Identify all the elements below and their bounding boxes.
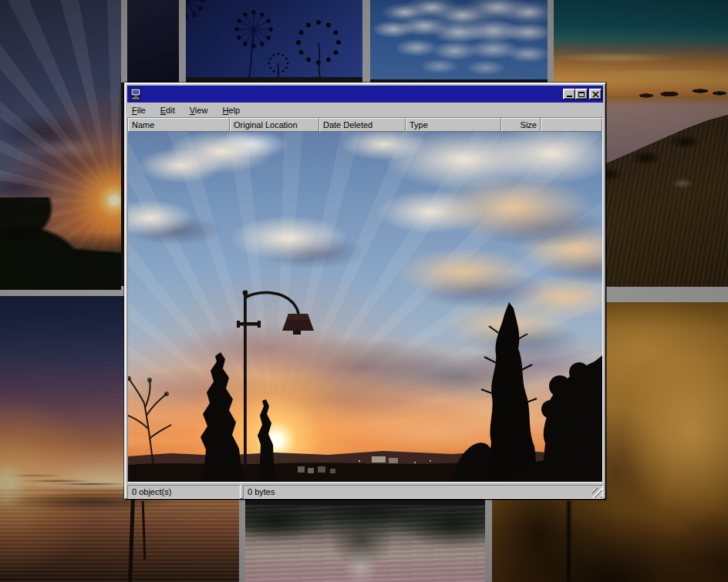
column-size[interactable]: Size	[501, 118, 541, 132]
maximize-icon	[578, 92, 585, 97]
menu-help[interactable]: Help	[222, 106, 240, 115]
gallery-gutter	[121, 0, 127, 82]
status-bar: 0 object(s) 0 bytes	[127, 485, 603, 499]
status-object-count: 0 object(s)	[127, 485, 241, 499]
maximize-button[interactable]	[575, 89, 588, 99]
column-date-deleted[interactable]: Date Deleted	[319, 118, 406, 132]
menu-bar: File Edit View Help	[127, 103, 603, 117]
computer-icon[interactable]	[130, 88, 142, 100]
column-name[interactable]: Name	[128, 118, 230, 132]
tall-tree	[487, 302, 538, 482]
recycle-bin-window: File Edit View Help Name Original Locati…	[124, 82, 606, 500]
sunset-photo	[128, 132, 602, 482]
menu-edit[interactable]: Edit	[160, 106, 175, 115]
flower-silhouette	[186, 0, 362, 77]
close-button[interactable]	[589, 89, 602, 99]
screen: File Edit View Help Name Original Locati…	[0, 0, 728, 582]
column-original-location[interactable]: Original Location	[230, 118, 319, 132]
plant-stem-silhouette	[567, 501, 571, 582]
minimize-button[interactable]	[563, 89, 575, 99]
water-ripples	[0, 488, 239, 582]
title-bar[interactable]	[127, 86, 603, 103]
column-header-row: Name Original Location Date Deleted Type…	[128, 118, 602, 132]
resize-grip[interactable]	[592, 488, 602, 498]
column-blank[interactable]	[541, 118, 602, 132]
file-list-view[interactable]: Name Original Location Date Deleted Type…	[127, 117, 603, 483]
thumb-dark-sky	[127, 0, 179, 82]
bare-tree	[128, 378, 171, 466]
tree-silhouette	[0, 197, 121, 290]
thumb-cloud-sky	[370, 0, 548, 79]
thumb-dried-flowers	[186, 0, 362, 77]
minimize-icon	[567, 96, 572, 97]
thumb-sunset-rays	[0, 0, 121, 290]
cypress-tree	[201, 352, 243, 482]
gallery-gutter	[485, 493, 492, 582]
thumb-water-reflection	[245, 505, 485, 582]
status-bytes: 0 bytes	[243, 485, 603, 499]
gallery-gutter	[548, 0, 554, 82]
column-type[interactable]: Type	[406, 118, 501, 132]
street-lamp	[237, 291, 314, 466]
menu-view[interactable]: View	[190, 106, 208, 115]
gallery-gutter	[179, 0, 186, 82]
close-icon	[590, 89, 602, 100]
menu-file[interactable]: File	[132, 106, 146, 115]
gallery-gutter	[362, 0, 370, 82]
silhouettes	[128, 132, 602, 482]
